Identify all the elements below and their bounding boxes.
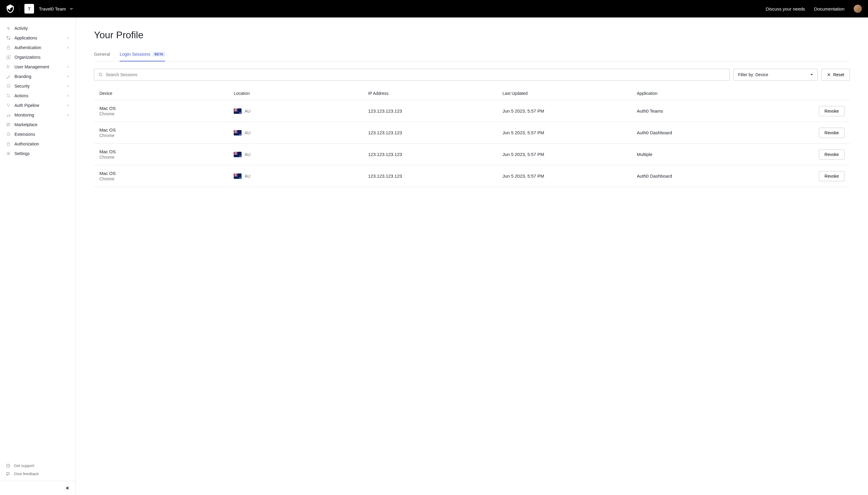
security-icon (6, 84, 11, 88)
sidebar-item-organizations[interactable]: Organizations (0, 52, 75, 62)
svg-rect-5 (6, 56, 8, 59)
beta-badge: BETA (153, 52, 165, 57)
search-icon (99, 72, 103, 77)
filter-select[interactable]: Filter by: Device (733, 69, 818, 81)
chevron-right-icon (67, 46, 70, 49)
sidebar-item-settings[interactable]: Settings (0, 149, 75, 158)
team-name-label: Travel0 Team (39, 6, 66, 12)
authorization-icon (6, 141, 11, 146)
application-cell: Multiple (637, 152, 771, 157)
sidebar-item-user-management[interactable]: User Management (0, 62, 75, 72)
col-location: Location (234, 91, 368, 96)
controls-row: Filter by: Device Reset (94, 69, 850, 81)
svg-text:?: ? (7, 464, 9, 467)
sidebar-item-label: Extensions (15, 132, 70, 137)
sidebar-item-monitoring[interactable]: Monitoring (0, 110, 75, 120)
avatar[interactable] (853, 4, 862, 13)
revoke-button[interactable]: Revoke (819, 128, 845, 138)
tab-login-sessions[interactable]: Login Sessions BETA (120, 51, 165, 62)
application-cell: Auth0 Teams (637, 108, 771, 114)
sidebar-nav: Activity Applications Authentication Org… (0, 17, 75, 458)
chevron-right-icon (67, 114, 70, 117)
filter-label: Filter by: Device (738, 72, 768, 77)
search-box[interactable] (94, 69, 730, 81)
col-application: Application (637, 91, 771, 96)
updated-cell: Jun 5 2023, 5:57 PM (503, 108, 637, 114)
authentication-icon (6, 45, 11, 50)
page-title: Your Profile (94, 30, 850, 41)
sidebar: Activity Applications Authentication Org… (0, 17, 76, 495)
svg-rect-2 (6, 38, 8, 40)
header-right: Discuss your needs Documentation (766, 4, 862, 13)
svg-rect-18 (7, 143, 10, 146)
sidebar-item-label: Activity (15, 26, 70, 31)
collapse-icon (65, 486, 70, 490)
tabs: General Login Sessions BETA (94, 51, 850, 62)
table-header: Device Location IP Address Last Updated … (94, 87, 850, 100)
tab-sessions-label: Login Sessions (120, 51, 150, 57)
sidebar-item-label: Monitoring (15, 113, 63, 117)
sidebar-item-branding[interactable]: Branding (0, 72, 75, 81)
sidebar-item-actions[interactable]: Actions (0, 91, 75, 101)
close-icon (827, 73, 831, 76)
branding-icon (6, 74, 11, 79)
sidebar-item-marketplace[interactable]: Marketplace (0, 120, 75, 130)
chevron-right-icon (67, 94, 70, 97)
team-badge[interactable]: T (24, 4, 34, 14)
col-device: Device (99, 91, 234, 96)
sidebar-item-authorization[interactable]: Authorization (0, 139, 75, 149)
discuss-link[interactable]: Discuss your needs (766, 6, 805, 12)
organizations-icon (6, 55, 11, 59)
activity-icon (6, 26, 11, 31)
svg-point-19 (8, 153, 9, 154)
auth0-logo-icon (6, 4, 15, 13)
users-icon (6, 65, 11, 69)
documentation-link[interactable]: Documentation (814, 6, 845, 12)
revoke-button[interactable]: Revoke (819, 149, 845, 159)
sidebar-item-label: User Management (15, 65, 63, 69)
updated-cell: Jun 5 2023, 5:57 PM (503, 173, 637, 178)
table-row: Mac OS Chrome AU 123.123.123.123 Jun 5 2… (94, 100, 850, 122)
give-feedback-link[interactable]: Give feedback (0, 470, 75, 478)
search-input[interactable] (106, 72, 725, 77)
svg-rect-4 (7, 47, 10, 49)
pipeline-icon (6, 103, 11, 108)
tab-general[interactable]: General (94, 51, 110, 62)
location-code: AU (244, 130, 250, 135)
revoke-button[interactable]: Revoke (819, 171, 845, 181)
reset-button[interactable]: Reset (821, 69, 850, 81)
device-cell: Mac OS Chrome (99, 127, 234, 138)
revoke-button[interactable]: Revoke (819, 106, 845, 116)
sidebar-item-label: Auth Pipeline (15, 103, 63, 108)
applications-icon (6, 36, 11, 40)
svg-rect-14 (7, 125, 8, 126)
location-cell: AU (234, 152, 368, 157)
table-row: Mac OS Chrome AU 123.123.123.123 Jun 5 2… (94, 143, 850, 165)
location-code: AU (244, 152, 250, 157)
sidebar-item-activity[interactable]: Activity (0, 23, 75, 33)
device-cell: Mac OS Chrome (99, 106, 234, 116)
table-row: Mac OS Chrome AU 123.123.123.123 Jun 5 2… (94, 122, 850, 143)
sidebar-item-label: Applications (15, 36, 63, 40)
sidebar-item-auth-pipeline[interactable]: Auth Pipeline (0, 101, 75, 110)
col-ip: IP Address (368, 91, 503, 96)
team-selector[interactable]: Travel0 Team (39, 6, 73, 12)
sidebar-collapse-button[interactable] (0, 481, 75, 495)
svg-rect-13 (9, 123, 10, 124)
support-label: Get support (14, 463, 34, 468)
get-support-link[interactable]: ? Get support (0, 462, 75, 470)
sidebar-item-security[interactable]: Security (0, 81, 75, 91)
main-content: Your Profile General Login Sessions BETA… (76, 17, 868, 495)
chevron-right-icon (67, 85, 70, 88)
marketplace-icon (6, 122, 11, 127)
device-os: Mac OS (99, 127, 234, 133)
svg-point-23 (99, 73, 102, 76)
chevron-down-icon (70, 7, 73, 11)
sidebar-item-extensions[interactable]: Extensions (0, 130, 75, 139)
sidebar-item-authentication[interactable]: Authentication (0, 43, 75, 52)
feedback-label: Give feedback (14, 472, 39, 476)
sidebar-item-label: Branding (15, 74, 63, 79)
ip-cell: 123.123.123.123 (368, 108, 503, 114)
sidebar-item-applications[interactable]: Applications (0, 33, 75, 43)
extensions-icon (6, 132, 11, 137)
